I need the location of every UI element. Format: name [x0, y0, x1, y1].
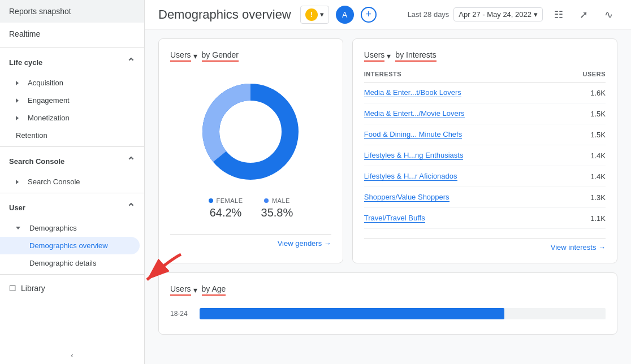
sidebar-subitem-demographic-details-label: Demographic details: [29, 259, 97, 267]
sidebar-item-search-console[interactable]: Search Console: [0, 173, 144, 190]
gender-by-text: by Gender: [202, 50, 239, 62]
female-legend-label: FEMALE: [209, 197, 243, 204]
warning-icon: !: [305, 8, 318, 21]
user-collapse-icon: ⌃: [127, 201, 135, 214]
demographics-chevron: [16, 227, 20, 229]
sidebar-section-lifecycle[interactable]: Life cycle ⌃: [0, 50, 144, 74]
library-icon: ☐: [9, 284, 16, 293]
gender-by-label[interactable]: by Gender: [202, 50, 239, 62]
interests-by-text: by Interests: [395, 50, 436, 62]
sidebar-subitem-demographics-overview[interactable]: Demographics overview: [0, 237, 140, 254]
col-interests: INTERESTS: [364, 66, 561, 83]
interest-name-cell: Lifestyles & H...ng Enthusiasts: [364, 145, 561, 166]
engagement-chevron: [16, 98, 19, 103]
interests-table-row: Travel/Travel Buffs1.1K: [364, 208, 606, 229]
sidebar-item-realtime[interactable]: Realtime: [0, 23, 144, 45]
acquisition-chevron: [16, 81, 19, 85]
sidebar-item-retention[interactable]: Retention: [0, 127, 144, 144]
interests-title-dropdown-arrow: ▾: [387, 51, 391, 60]
customize-report-button[interactable]: ☷: [550, 6, 568, 24]
interest-users-cell: 1.4K: [561, 166, 606, 187]
interests-table-row: Lifestyles & H...ng Enthusiasts1.4K: [364, 145, 606, 166]
interest-users-cell: 1.5K: [561, 103, 606, 124]
interests-title-users-btn[interactable]: Users ▾: [364, 50, 391, 62]
interests-table-row: Shoppers/Value Shoppers1.3K: [364, 187, 606, 208]
share-button[interactable]: ➚: [574, 6, 593, 24]
title-dropdown-button[interactable]: ! ▾: [300, 6, 329, 24]
interests-table-row: Media & Entert.../Movie Lovers1.5K: [364, 103, 606, 124]
sidebar-divider-4: [0, 274, 144, 275]
sidebar-section-user-label: User: [9, 203, 25, 212]
view-interests-link[interactable]: View interests →: [364, 238, 606, 252]
interest-link[interactable]: Media & Enter...t/Book Lovers: [364, 88, 461, 97]
age-bar-container-18-24: [200, 308, 606, 319]
view-genders-link[interactable]: View genders →: [170, 234, 331, 248]
sidebar-section-search-console[interactable]: Search Console ⌃: [0, 149, 144, 173]
sidebar-divider-2: [0, 146, 144, 147]
male-dot: [264, 198, 269, 203]
sidebar-collapse-button[interactable]: ‹: [0, 346, 144, 364]
female-dot: [209, 198, 213, 203]
sidebar-divider-3: [0, 193, 144, 193]
sidebar-section-user[interactable]: User ⌃: [0, 196, 144, 219]
male-label-text: MALE: [272, 197, 290, 204]
sidebar-item-monetization-label: Monetization: [28, 114, 70, 122]
date-range-button[interactable]: Apr 27 - May 24, 2022 ▾: [453, 7, 543, 21]
sidebar-item-engagement[interactable]: Engagement: [0, 92, 144, 109]
interest-name-cell: Travel/Travel Buffs: [364, 208, 561, 229]
insights-icon: ∿: [604, 8, 613, 21]
age-title-users-label: Users: [170, 284, 191, 296]
col-users: USERS: [561, 66, 606, 83]
gender-title-users-label: Users: [170, 50, 191, 62]
interest-link[interactable]: Media & Entert.../Movie Lovers: [364, 109, 465, 118]
sidebar-section-search-console-label: Search Console: [9, 157, 64, 166]
interest-link[interactable]: Food & Dining... Minute Chefs: [364, 130, 462, 139]
interest-users-cell: 1.5K: [561, 124, 606, 145]
gender-title-users-btn[interactable]: Users ▾: [170, 50, 197, 62]
interests-table: INTERESTS USERS Media & Enter...t/Book L…: [364, 66, 606, 229]
female-value: 64.2%: [210, 206, 242, 219]
gender-legend: FEMALE 64.2% MALE 35.8%: [209, 197, 293, 219]
content-area: Users ▾ by Gender: [145, 29, 631, 364]
monetization-chevron: [16, 116, 19, 120]
sidebar-item-acquisition[interactable]: Acquisition: [0, 74, 144, 92]
interest-link[interactable]: Shoppers/Value Shoppers: [364, 193, 450, 202]
interest-users-cell: 1.4K: [561, 145, 606, 166]
interest-link[interactable]: Travel/Travel Buffs: [364, 214, 425, 223]
date-prefix: Last 28 days: [408, 10, 450, 19]
share-icon: ➚: [580, 8, 588, 21]
female-legend-item: FEMALE 64.2%: [209, 197, 243, 219]
interest-users-cell: 1.1K: [561, 208, 606, 229]
insights-button[interactable]: ∿: [599, 6, 617, 24]
sidebar-item-demographics[interactable]: Demographics: [0, 219, 144, 237]
interests-title-users-label: Users: [364, 50, 385, 62]
avatar-button[interactable]: A: [336, 6, 354, 24]
age-by-label[interactable]: by Age: [202, 284, 226, 296]
add-comparison-button[interactable]: +: [361, 7, 377, 23]
search-console-collapse-icon: ⌃: [127, 155, 135, 167]
interest-link[interactable]: Lifestyles & H...r Aficionados: [364, 172, 457, 181]
interest-name-cell: Lifestyles & H...r Aficionados: [364, 166, 561, 187]
interests-card-header: Users ▾ by Interests: [364, 50, 606, 62]
collapse-arrow-icon: ‹: [71, 351, 73, 359]
sidebar-item-monetization[interactable]: Monetization: [0, 109, 144, 127]
female-label-text: FEMALE: [217, 197, 243, 204]
sidebar-divider-1: [0, 47, 144, 48]
sidebar-item-reports-snapshot[interactable]: Reports snapshot: [0, 0, 144, 23]
sidebar-subitem-demographic-details[interactable]: Demographic details: [0, 254, 144, 272]
age-chart-area: 18-24: [170, 305, 606, 323]
gender-title-dropdown-arrow: ▾: [193, 51, 197, 60]
age-title-users-btn[interactable]: Users ▾: [170, 284, 197, 296]
sidebar-item-library-label: Library: [21, 284, 45, 293]
sidebar-item-library[interactable]: ☐ Library: [0, 277, 144, 300]
interests-card: Users ▾ by Interests INTERESTS USERS: [352, 38, 617, 263]
interest-link[interactable]: Lifestyles & H...ng Enthusiasts: [364, 151, 464, 160]
age-card: Users ▾ by Age 18-24: [158, 272, 617, 335]
date-range-label: Apr 27 - May 24, 2022: [459, 10, 531, 19]
male-legend-item: MALE 35.8%: [261, 197, 293, 219]
sidebar-item-acquisition-label: Acquisition: [28, 79, 63, 87]
interests-table-row: Food & Dining... Minute Chefs1.5K: [364, 124, 606, 145]
age-bar-18-24: [200, 308, 504, 319]
interests-by-label[interactable]: by Interests: [395, 50, 436, 62]
interests-table-row: Media & Enter...t/Book Lovers1.6K: [364, 83, 606, 103]
